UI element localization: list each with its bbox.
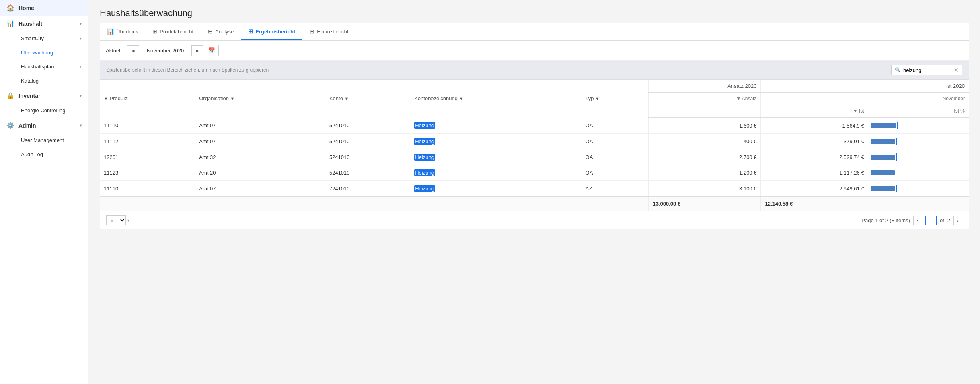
- search-input[interactable]: [903, 67, 951, 73]
- sidebar-label-smartcity: SmartCity: [21, 35, 44, 41]
- cell-bar: [868, 134, 969, 149]
- aktuell-button[interactable]: Aktuell: [100, 45, 127, 56]
- admin-submenu: User Management Audit Log: [0, 133, 88, 161]
- sidebar-label-haushalt: Haushalt: [18, 21, 42, 27]
- cell-konto: 5241010: [325, 134, 410, 149]
- tab-label-ueberblick: Überblick: [116, 29, 138, 35]
- col-header-typ: Typ ▼: [581, 80, 649, 118]
- sidebar-item-energie[interactable]: Energie Controlling: [14, 103, 88, 118]
- table-row: 11123 Amt 20 5241010 Heizung OA 1.200 € …: [100, 165, 969, 181]
- calendar-icon: 📅: [208, 47, 215, 54]
- tab-ergebnisbericht[interactable]: ⊞ Ergebnisbericht: [241, 23, 302, 40]
- table-body: 11110 Amt 07 5241010 Heizung OA 1.600 € …: [100, 118, 969, 196]
- col-subheader-ist-pct: Ist %: [868, 105, 969, 118]
- home-icon: 🏠: [6, 4, 14, 12]
- cell-ist: 2.949,61 €: [761, 181, 868, 197]
- calendar-button[interactable]: 📅: [205, 45, 219, 56]
- total-ansatz: 13.000,00 €: [649, 196, 761, 211]
- cell-ansatz: 3.100 €: [649, 181, 761, 197]
- cell-bar: [868, 149, 969, 165]
- cell-organisation: Amt 20: [195, 165, 325, 181]
- tabs-bar: 📊 Überblick ⊞ Produktbericht ⊟ Analyse ⊞…: [100, 23, 969, 41]
- col-header-kontobezeichnung: Kontobezeichnung ▼: [410, 80, 581, 118]
- filter-icon-kontobezeichnung[interactable]: ▼: [459, 96, 464, 101]
- sidebar-label-usermgmt: User Management: [21, 137, 64, 143]
- col-header-organisation: Organisation ▼: [195, 80, 325, 118]
- grid2-icon: ⊟: [208, 28, 213, 35]
- col-subheader-ansatz: ▼ Ansatz: [649, 93, 761, 105]
- filter-icon-typ[interactable]: ▼: [595, 96, 600, 101]
- gear-icon: ⚙️: [6, 122, 14, 129]
- cell-organisation: Amt 32: [195, 149, 325, 165]
- tab-produktbericht[interactable]: ⊞ Produktbericht: [145, 23, 201, 40]
- sidebar-item-ueberwachung[interactable]: Überwachung: [14, 45, 88, 60]
- chevron-right-icon: ▸: [80, 64, 82, 69]
- cell-typ: OA: [581, 118, 649, 134]
- aktuell-label: Aktuell: [106, 47, 121, 54]
- tab-label-ergebnisbericht: Ergebnisbericht: [255, 29, 295, 35]
- tab-finanzbericht[interactable]: ⊞ Finanzbericht: [302, 23, 355, 40]
- inventar-submenu: Energie Controlling: [0, 103, 88, 118]
- cell-ansatz: 2.700 €: [649, 149, 761, 165]
- table-total-row: 13.000,00 € 12.140,58 €: [100, 196, 969, 211]
- page-header: Haushaltsüberwachung: [88, 0, 980, 23]
- table-row: 11112 Amt 07 5241010 Heizung OA 400 € 37…: [100, 134, 969, 149]
- sidebar-item-usermgmt[interactable]: User Management: [14, 133, 88, 147]
- cell-ansatz: 400 €: [649, 134, 761, 149]
- cell-konto: 7241010: [325, 181, 410, 197]
- highlight-text: Heizung: [414, 154, 435, 161]
- page-size-select[interactable]: 5 10 25 50: [106, 215, 126, 225]
- filter-icon[interactable]: ▼: [104, 96, 108, 101]
- sidebar-item-admin[interactable]: ⚙️ Admin ▾: [0, 118, 88, 133]
- page-info: Page 1 of 2 (8 items): [861, 217, 910, 223]
- sidebar-label-auditlog: Audit Log: [21, 151, 43, 157]
- filter-icon-konto[interactable]: ▼: [345, 96, 349, 101]
- cell-bar: [868, 118, 969, 134]
- cell-ist: 1.564,9 €: [761, 118, 868, 134]
- sidebar-item-haushalt[interactable]: 📊 Haushalt ▾: [0, 16, 88, 31]
- search-clear-icon[interactable]: ✕: [954, 67, 959, 73]
- highlight-text: Heizung: [414, 122, 435, 129]
- tab-analyse[interactable]: ⊟ Analyse: [201, 23, 241, 40]
- cell-ansatz: 1.200 €: [649, 165, 761, 181]
- prev-page-button[interactable]: ‹: [913, 216, 922, 225]
- main-content: Haushaltsüberwachung 📊 Überblick ⊞ Produ…: [88, 0, 980, 384]
- cell-organisation: Amt 07: [195, 134, 325, 149]
- sidebar-label-energie: Energie Controlling: [21, 107, 66, 114]
- sidebar-item-smartcity[interactable]: SmartCity ▾: [14, 31, 88, 45]
- chevron-right-icon: ▾: [80, 36, 82, 41]
- sidebar-item-inventar[interactable]: 🔒 Inventar ▾: [0, 88, 88, 103]
- chevron-down-icon: ▾: [80, 21, 82, 26]
- highlight-text: Heizung: [414, 138, 435, 145]
- cell-typ: OA: [581, 134, 649, 149]
- table-header-row-1: ▼ Produkt Organisation ▼ Konto ▼ Kon: [100, 80, 969, 93]
- cell-typ: AZ: [581, 181, 649, 197]
- sidebar-item-home[interactable]: 🏠 Home: [0, 0, 88, 16]
- groupbar-placeholder: Spaltenüberschrift in diesen Bereich zie…: [106, 67, 269, 73]
- total-pages: 2: [947, 217, 950, 223]
- tab-ueberblick[interactable]: 📊 Überblick: [100, 23, 145, 40]
- cell-konto: 5241010: [325, 165, 410, 181]
- sidebar-item-haushaltsplan[interactable]: Haushaltsplan ▸: [14, 60, 88, 74]
- sidebar-item-katalog[interactable]: Katalog: [14, 74, 88, 88]
- pagination: Page 1 of 2 (8 items) ‹ 1 of 2 ›: [861, 216, 962, 225]
- prev-month-button[interactable]: ◄: [127, 45, 139, 56]
- cell-kontobezeichnung: Heizung: [410, 134, 581, 149]
- current-page: 1: [925, 216, 937, 225]
- grid3-icon: ⊞: [248, 28, 253, 35]
- cell-kontobezeichnung: Heizung: [410, 181, 581, 197]
- grid4-icon: ⊞: [310, 28, 314, 35]
- tab-label-finanzbericht: Finanzbericht: [317, 29, 348, 35]
- cell-bar: [868, 165, 969, 181]
- cell-produkt: 12201: [100, 149, 195, 165]
- total-ist: 12.140,58 €: [761, 196, 868, 211]
- next-page-button[interactable]: ›: [953, 216, 962, 225]
- col-header-ist2020: Ist 2020: [761, 80, 969, 93]
- next-month-button[interactable]: ►: [191, 45, 203, 56]
- cell-kontobezeichnung: Heizung: [410, 149, 581, 165]
- filter-icon-org[interactable]: ▼: [230, 96, 235, 101]
- tab-label-analyse: Analyse: [215, 29, 234, 35]
- cell-produkt: 11123: [100, 165, 195, 181]
- cell-bar: [868, 181, 969, 197]
- sidebar-item-auditlog[interactable]: Audit Log: [14, 147, 88, 161]
